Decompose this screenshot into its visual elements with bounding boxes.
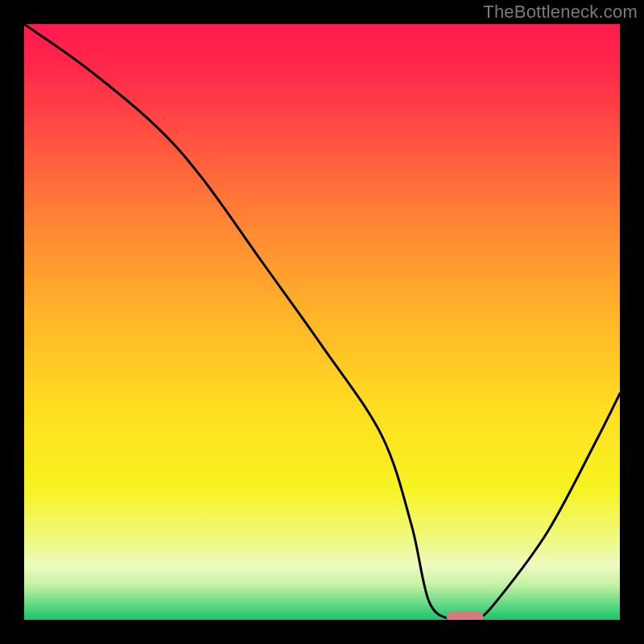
watermark-text: TheBottleneck.com [483, 2, 638, 23]
chart-container: { "watermark": "TheBottleneck.com", "cha… [0, 0, 644, 644]
heatmap-background [24, 24, 620, 620]
bottleneck-chart [0, 0, 644, 644]
